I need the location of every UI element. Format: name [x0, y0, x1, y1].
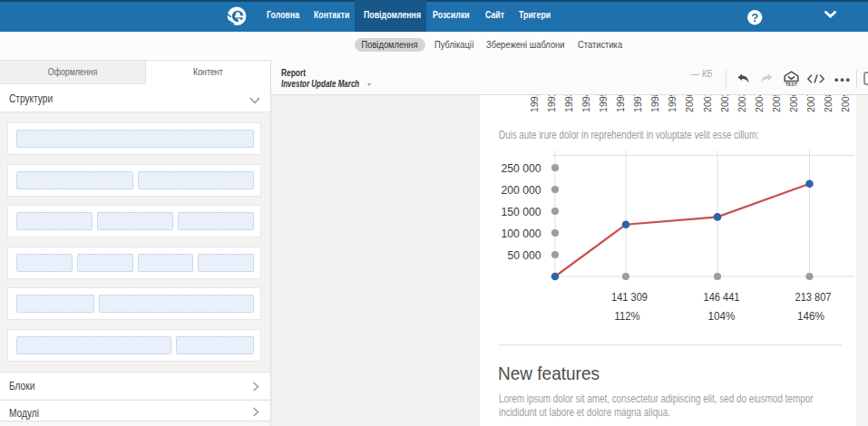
svg-text:50 000: 50 000	[507, 247, 541, 261]
svg-text:250 000: 250 000	[501, 160, 541, 174]
svg-text:141 309: 141 309	[611, 290, 648, 304]
svg-text:100 000: 100 000	[501, 226, 541, 239]
svg-text:112%: 112%	[614, 308, 639, 322]
svg-text:150 000: 150 000	[501, 204, 541, 218]
svg-text:213 807: 213 807	[795, 290, 831, 304]
svg-text:TEST: TEST	[785, 82, 798, 86]
svg-text:146 441: 146 441	[703, 290, 739, 304]
svg-text:146%: 146%	[797, 308, 824, 322]
svg-text:200 000: 200 000	[501, 182, 541, 196]
svg-text:104%: 104%	[707, 308, 735, 322]
svg-text:?: ?	[751, 11, 758, 24]
